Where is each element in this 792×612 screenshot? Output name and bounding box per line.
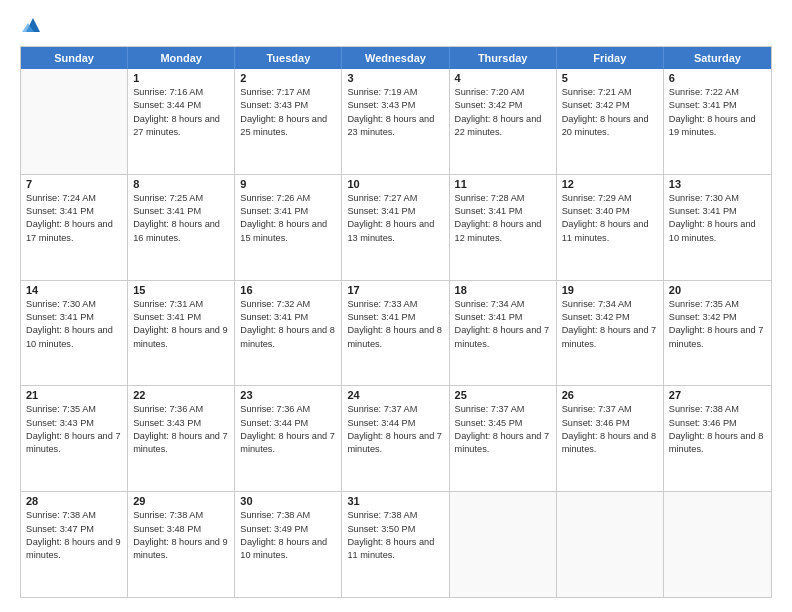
day-info: Sunrise: 7:38 AMSunset: 3:50 PMDaylight:… — [347, 509, 443, 562]
day-number: 29 — [133, 495, 229, 507]
calendar-header: SundayMondayTuesdayWednesdayThursdayFrid… — [21, 47, 771, 69]
day-info: Sunrise: 7:38 AMSunset: 3:49 PMDaylight:… — [240, 509, 336, 562]
day-info: Sunrise: 7:28 AMSunset: 3:41 PMDaylight:… — [455, 192, 551, 245]
day-number: 13 — [669, 178, 766, 190]
day-info: Sunrise: 7:31 AMSunset: 3:41 PMDaylight:… — [133, 298, 229, 351]
calendar-cell — [450, 492, 557, 597]
calendar-cell: 4Sunrise: 7:20 AMSunset: 3:42 PMDaylight… — [450, 69, 557, 174]
calendar-cell: 1Sunrise: 7:16 AMSunset: 3:44 PMDaylight… — [128, 69, 235, 174]
weekday-header: Friday — [557, 47, 664, 69]
day-info: Sunrise: 7:25 AMSunset: 3:41 PMDaylight:… — [133, 192, 229, 245]
day-info: Sunrise: 7:20 AMSunset: 3:42 PMDaylight:… — [455, 86, 551, 139]
calendar-body: 1Sunrise: 7:16 AMSunset: 3:44 PMDaylight… — [21, 69, 771, 597]
day-info: Sunrise: 7:38 AMSunset: 3:47 PMDaylight:… — [26, 509, 122, 562]
day-number: 24 — [347, 389, 443, 401]
day-info: Sunrise: 7:36 AMSunset: 3:43 PMDaylight:… — [133, 403, 229, 456]
calendar-cell: 6Sunrise: 7:22 AMSunset: 3:41 PMDaylight… — [664, 69, 771, 174]
day-number: 12 — [562, 178, 658, 190]
day-info: Sunrise: 7:27 AMSunset: 3:41 PMDaylight:… — [347, 192, 443, 245]
day-number: 21 — [26, 389, 122, 401]
weekday-header: Tuesday — [235, 47, 342, 69]
calendar-cell: 31Sunrise: 7:38 AMSunset: 3:50 PMDayligh… — [342, 492, 449, 597]
day-number: 1 — [133, 72, 229, 84]
calendar-row: 21Sunrise: 7:35 AMSunset: 3:43 PMDayligh… — [21, 386, 771, 492]
calendar-cell: 13Sunrise: 7:30 AMSunset: 3:41 PMDayligh… — [664, 175, 771, 280]
calendar-cell: 15Sunrise: 7:31 AMSunset: 3:41 PMDayligh… — [128, 281, 235, 386]
day-info: Sunrise: 7:29 AMSunset: 3:40 PMDaylight:… — [562, 192, 658, 245]
calendar-cell: 5Sunrise: 7:21 AMSunset: 3:42 PMDaylight… — [557, 69, 664, 174]
calendar-cell: 26Sunrise: 7:37 AMSunset: 3:46 PMDayligh… — [557, 386, 664, 491]
day-info: Sunrise: 7:26 AMSunset: 3:41 PMDaylight:… — [240, 192, 336, 245]
day-number: 25 — [455, 389, 551, 401]
calendar-row: 28Sunrise: 7:38 AMSunset: 3:47 PMDayligh… — [21, 492, 771, 597]
logo-icon — [22, 14, 44, 36]
day-number: 23 — [240, 389, 336, 401]
day-number: 3 — [347, 72, 443, 84]
day-info: Sunrise: 7:16 AMSunset: 3:44 PMDaylight:… — [133, 86, 229, 139]
calendar-cell: 30Sunrise: 7:38 AMSunset: 3:49 PMDayligh… — [235, 492, 342, 597]
day-info: Sunrise: 7:24 AMSunset: 3:41 PMDaylight:… — [26, 192, 122, 245]
calendar-row: 1Sunrise: 7:16 AMSunset: 3:44 PMDaylight… — [21, 69, 771, 175]
day-info: Sunrise: 7:37 AMSunset: 3:44 PMDaylight:… — [347, 403, 443, 456]
day-info: Sunrise: 7:34 AMSunset: 3:42 PMDaylight:… — [562, 298, 658, 351]
day-info: Sunrise: 7:21 AMSunset: 3:42 PMDaylight:… — [562, 86, 658, 139]
calendar-cell: 22Sunrise: 7:36 AMSunset: 3:43 PMDayligh… — [128, 386, 235, 491]
day-number: 22 — [133, 389, 229, 401]
day-info: Sunrise: 7:38 AMSunset: 3:46 PMDaylight:… — [669, 403, 766, 456]
calendar-row: 14Sunrise: 7:30 AMSunset: 3:41 PMDayligh… — [21, 281, 771, 387]
calendar-cell: 3Sunrise: 7:19 AMSunset: 3:43 PMDaylight… — [342, 69, 449, 174]
logo — [20, 18, 44, 36]
calendar: SundayMondayTuesdayWednesdayThursdayFrid… — [20, 46, 772, 598]
day-info: Sunrise: 7:32 AMSunset: 3:41 PMDaylight:… — [240, 298, 336, 351]
day-info: Sunrise: 7:35 AMSunset: 3:43 PMDaylight:… — [26, 403, 122, 456]
calendar-cell — [21, 69, 128, 174]
day-number: 31 — [347, 495, 443, 507]
day-info: Sunrise: 7:19 AMSunset: 3:43 PMDaylight:… — [347, 86, 443, 139]
day-info: Sunrise: 7:34 AMSunset: 3:41 PMDaylight:… — [455, 298, 551, 351]
calendar-cell: 10Sunrise: 7:27 AMSunset: 3:41 PMDayligh… — [342, 175, 449, 280]
day-number: 15 — [133, 284, 229, 296]
weekday-header: Thursday — [450, 47, 557, 69]
weekday-header: Sunday — [21, 47, 128, 69]
calendar-cell: 14Sunrise: 7:30 AMSunset: 3:41 PMDayligh… — [21, 281, 128, 386]
day-info: Sunrise: 7:37 AMSunset: 3:45 PMDaylight:… — [455, 403, 551, 456]
calendar-cell: 24Sunrise: 7:37 AMSunset: 3:44 PMDayligh… — [342, 386, 449, 491]
calendar-cell: 27Sunrise: 7:38 AMSunset: 3:46 PMDayligh… — [664, 386, 771, 491]
page-header — [20, 18, 772, 36]
day-number: 11 — [455, 178, 551, 190]
day-number: 14 — [26, 284, 122, 296]
day-number: 5 — [562, 72, 658, 84]
weekday-header: Saturday — [664, 47, 771, 69]
calendar-cell: 29Sunrise: 7:38 AMSunset: 3:48 PMDayligh… — [128, 492, 235, 597]
day-number: 26 — [562, 389, 658, 401]
day-number: 4 — [455, 72, 551, 84]
calendar-cell: 18Sunrise: 7:34 AMSunset: 3:41 PMDayligh… — [450, 281, 557, 386]
weekday-header: Monday — [128, 47, 235, 69]
calendar-cell: 16Sunrise: 7:32 AMSunset: 3:41 PMDayligh… — [235, 281, 342, 386]
calendar-cell — [557, 492, 664, 597]
calendar-cell: 21Sunrise: 7:35 AMSunset: 3:43 PMDayligh… — [21, 386, 128, 491]
day-number: 27 — [669, 389, 766, 401]
calendar-cell: 23Sunrise: 7:36 AMSunset: 3:44 PMDayligh… — [235, 386, 342, 491]
day-info: Sunrise: 7:38 AMSunset: 3:48 PMDaylight:… — [133, 509, 229, 562]
day-info: Sunrise: 7:36 AMSunset: 3:44 PMDaylight:… — [240, 403, 336, 456]
day-number: 7 — [26, 178, 122, 190]
calendar-cell: 25Sunrise: 7:37 AMSunset: 3:45 PMDayligh… — [450, 386, 557, 491]
calendar-row: 7Sunrise: 7:24 AMSunset: 3:41 PMDaylight… — [21, 175, 771, 281]
day-info: Sunrise: 7:30 AMSunset: 3:41 PMDaylight:… — [669, 192, 766, 245]
day-number: 18 — [455, 284, 551, 296]
day-number: 6 — [669, 72, 766, 84]
day-info: Sunrise: 7:22 AMSunset: 3:41 PMDaylight:… — [669, 86, 766, 139]
calendar-cell: 28Sunrise: 7:38 AMSunset: 3:47 PMDayligh… — [21, 492, 128, 597]
day-info: Sunrise: 7:17 AMSunset: 3:43 PMDaylight:… — [240, 86, 336, 139]
day-number: 17 — [347, 284, 443, 296]
day-number: 28 — [26, 495, 122, 507]
calendar-cell: 7Sunrise: 7:24 AMSunset: 3:41 PMDaylight… — [21, 175, 128, 280]
day-number: 9 — [240, 178, 336, 190]
calendar-cell — [664, 492, 771, 597]
calendar-cell: 20Sunrise: 7:35 AMSunset: 3:42 PMDayligh… — [664, 281, 771, 386]
weekday-header: Wednesday — [342, 47, 449, 69]
calendar-cell: 2Sunrise: 7:17 AMSunset: 3:43 PMDaylight… — [235, 69, 342, 174]
day-number: 2 — [240, 72, 336, 84]
day-info: Sunrise: 7:37 AMSunset: 3:46 PMDaylight:… — [562, 403, 658, 456]
